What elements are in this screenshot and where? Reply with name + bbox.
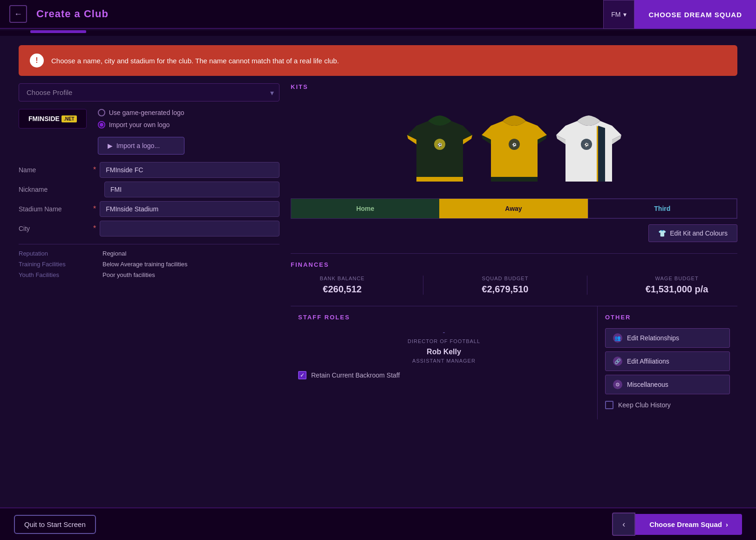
- kits-section: KITS: [291, 83, 737, 242]
- edit-affiliations-button[interactable]: 🔗 Edit Affiliations: [605, 351, 730, 371]
- reputation-row: Reputation Regional: [19, 250, 279, 257]
- retain-staff-checkbox[interactable]: ✓ Retain Current Backroom Staff: [298, 371, 590, 379]
- radio-import-logo: [98, 121, 105, 128]
- choose-dream-squad-header-button[interactable]: CHOOSE DREAM SQUAD: [634, 0, 756, 29]
- stadium-label: Stadium Name: [19, 205, 93, 213]
- svg-text:⚽: ⚽: [584, 142, 589, 147]
- assistant-title: ASSISTANT MANAGER: [298, 358, 590, 364]
- staff-roles-section: STAFF ROLES - DIRECTOR OF FOOTBALL Rob K…: [291, 306, 598, 419]
- error-banner: ! Choose a name, city and stadium for th…: [19, 45, 737, 76]
- name-input[interactable]: [100, 162, 279, 178]
- reputation-value: Regional: [102, 250, 126, 257]
- director-name: Rob Kelly: [298, 348, 590, 356]
- footer: Quit to Start Screen ‹ Choose Dream Squa…: [0, 507, 756, 540]
- wage-budget-item: WAGE BUDGET €1,531,000 p/a: [646, 276, 708, 295]
- kits-display: ⚽ ⚽: [291, 98, 737, 191]
- chevron-down-icon: ▾: [623, 11, 627, 18]
- name-label: Name: [19, 166, 93, 174]
- youth-value: Poor youth facilities: [102, 271, 155, 278]
- away-shirt-svg: ⚽: [477, 98, 552, 191]
- progress-bar: [30, 30, 86, 33]
- checkbox-checked-icon: ✓: [298, 371, 306, 379]
- kit-buttons: Home Away Third: [291, 198, 737, 219]
- required-star-stadium: *: [93, 205, 96, 213]
- city-label: City: [19, 225, 93, 232]
- logo-display: FMINSIDE .NET: [19, 109, 87, 128]
- edit-relationships-button[interactable]: 👥 Edit Relationships: [605, 328, 730, 348]
- use-game-logo-option[interactable]: Use game-generated logo: [98, 109, 184, 116]
- header: ← Create a Club FM ▾ CHOOSE DREAM SQUAD: [0, 0, 756, 29]
- name-row: Name *: [19, 162, 279, 178]
- left-panel: Choose Profile ▾ FMINSIDE .NET Use game-…: [19, 83, 279, 419]
- fminside-logo: FMINSIDE .NET: [28, 115, 77, 122]
- error-icon: !: [30, 54, 44, 68]
- required-star-city: *: [93, 224, 96, 233]
- finance-divider-2: [587, 276, 587, 295]
- choose-dream-squad-footer-button[interactable]: Choose Dream Squad ›: [635, 514, 742, 535]
- staff-role-dash: -: [298, 328, 590, 337]
- logo-options: Use game-generated logo Import your own …: [98, 109, 184, 155]
- back-icon: ←: [14, 9, 22, 19]
- squad-budget-label: SQUAD BUDGET: [482, 276, 528, 281]
- wage-budget-label: WAGE BUDGET: [646, 276, 708, 281]
- miscellaneous-icon: ⚙: [613, 380, 622, 389]
- info-rows: Reputation Regional Training Facilities …: [19, 250, 279, 278]
- fm-label: FM: [611, 11, 620, 18]
- nickname-row: Nickname: [19, 182, 279, 197]
- import-own-logo-option[interactable]: Import your own logo: [98, 121, 184, 128]
- finances-section: FINANCES BANK BALANCE €260,512 SQUAD BUD…: [291, 253, 737, 295]
- edit-kit-button[interactable]: 👕 Edit Kit and Colours: [648, 224, 737, 242]
- away-kit-shirt: ⚽: [477, 98, 552, 191]
- svg-text:⚽: ⚽: [437, 142, 442, 147]
- import-logo-button[interactable]: ▶ Import a logo...: [98, 137, 184, 155]
- divider: [19, 244, 279, 244]
- fm-dropdown[interactable]: FM ▾: [603, 0, 634, 29]
- quit-button[interactable]: Quit to Start Screen: [14, 515, 96, 534]
- bank-balance-value: €260,512: [320, 284, 365, 295]
- staff-roles-title: STAFF ROLES: [298, 314, 590, 321]
- training-key: Training Facilities: [19, 261, 102, 268]
- back-button[interactable]: ←: [9, 5, 27, 23]
- kits-title: KITS: [291, 83, 737, 90]
- keep-club-history-checkbox[interactable]: Keep Club History: [605, 398, 730, 412]
- training-value: Below Average training facilities: [102, 261, 188, 268]
- right-panel: KITS: [291, 83, 737, 419]
- net-badge: .NET: [61, 115, 77, 122]
- finances-title: FINANCES: [291, 261, 737, 268]
- third-kit-button[interactable]: Third: [588, 199, 737, 218]
- logo-section: FMINSIDE .NET Use game-generated logo Im…: [19, 109, 279, 155]
- other-section: OTHER 👥 Edit Relationships 🔗 Edit Affili…: [598, 306, 737, 419]
- bank-balance-item: BANK BALANCE €260,512: [320, 276, 365, 295]
- required-star: *: [93, 166, 96, 174]
- nickname-input[interactable]: [104, 182, 279, 197]
- bottom-two-col: STAFF ROLES - DIRECTOR OF FOOTBALL Rob K…: [291, 306, 737, 419]
- import-logo-icon: ▶: [108, 142, 113, 149]
- checkbox-unchecked-icon: [605, 401, 613, 409]
- two-column-layout: Choose Profile ▾ FMINSIDE .NET Use game-…: [19, 83, 737, 419]
- away-kit-button[interactable]: Away: [439, 199, 587, 218]
- previous-nav-button[interactable]: ‹: [612, 513, 635, 536]
- home-kit-shirt: ⚽: [402, 98, 477, 191]
- other-title: OTHER: [605, 314, 730, 321]
- squad-budget-item: SQUAD BUDGET €2,679,510: [482, 276, 528, 295]
- chevron-right-icon: ›: [726, 520, 728, 528]
- home-kit-button[interactable]: Home: [291, 199, 439, 218]
- stadium-row: Stadium Name *: [19, 201, 279, 217]
- director-title: DIRECTOR OF FOOTBALL: [298, 338, 590, 344]
- page-title: Create a Club: [36, 8, 109, 20]
- stadium-input[interactable]: [100, 201, 279, 217]
- progress-bar-area: [0, 30, 756, 36]
- miscellaneous-button[interactable]: ⚙ Miscellaneous: [605, 375, 730, 394]
- city-row: City *: [19, 221, 279, 236]
- radio-game-logo: [98, 109, 105, 116]
- choose-profile-container: Choose Profile ▾: [19, 83, 279, 101]
- city-input[interactable]: [100, 221, 279, 236]
- training-row: Training Facilities Below Average traini…: [19, 261, 279, 268]
- choose-profile-select[interactable]: Choose Profile: [19, 83, 279, 101]
- logo-text: FMINSIDE: [28, 115, 60, 122]
- clearfix: 👕 Edit Kit and Colours: [291, 224, 737, 242]
- bank-balance-label: BANK BALANCE: [320, 276, 365, 281]
- youth-key: Youth Facilities: [19, 271, 102, 278]
- wage-budget-value: €1,531,000 p/a: [646, 284, 708, 295]
- form-fields: Name * Nickname Stadium Name * City *: [19, 162, 279, 236]
